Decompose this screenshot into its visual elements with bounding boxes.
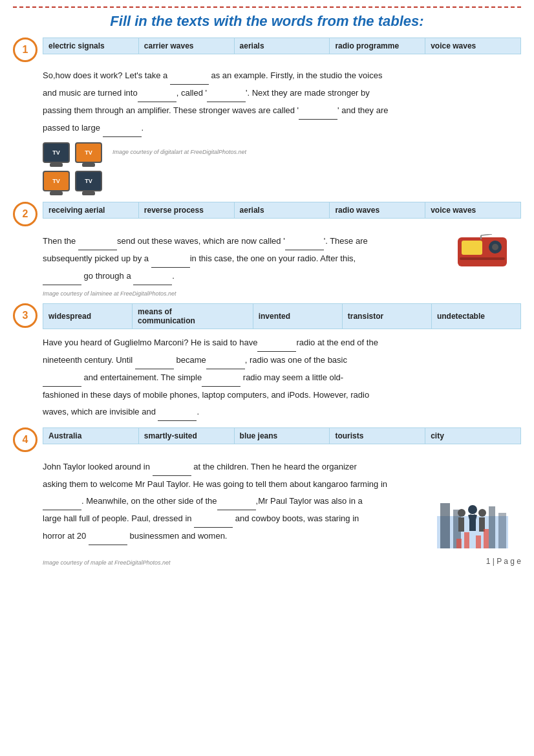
- svg-point-18: [478, 509, 486, 517]
- blank[interactable]: [299, 102, 337, 120]
- section-number-3: 3: [13, 303, 37, 328]
- blank[interactable]: [43, 369, 81, 387]
- tv-icon-4: TV: [75, 171, 102, 195]
- svg-rect-21: [464, 532, 469, 548]
- section-number-2: 2: [13, 202, 37, 226]
- word-cell: voice waves: [425, 38, 520, 54]
- radio-caption: Image courtesy of laiminee at FreeDigita…: [43, 290, 521, 297]
- blank[interactable]: [89, 528, 127, 545]
- blank[interactable]: [153, 459, 191, 476]
- blank[interactable]: [207, 85, 246, 102]
- word-cell: receiving aerial: [43, 202, 139, 218]
- footer-caption: Image courtesy of maple at FreeDigitalPh…: [43, 559, 171, 566]
- section-1-text: So,how does it work? Let's take a as an …: [43, 67, 521, 137]
- word-cell: aerials: [235, 38, 330, 54]
- svg-rect-10: [489, 506, 495, 548]
- word-cell: radio waves: [330, 202, 425, 218]
- svg-rect-4: [460, 257, 505, 260]
- blank[interactable]: [103, 120, 142, 137]
- radio-image: [456, 234, 508, 272]
- word-table-4: Australia smartly-suited blue jeans tour…: [43, 427, 521, 444]
- section-1: 1 electric signals carrier waves aerials…: [13, 38, 521, 195]
- svg-line-6: [481, 234, 492, 235]
- word-cell: carrier waves: [139, 38, 235, 54]
- word-table-3: widespread means ofcommunication invente…: [43, 303, 521, 329]
- section-3-text: Have you heard of Guglielmo Marconi? He …: [43, 334, 521, 421]
- word-cell: aerials: [235, 202, 330, 218]
- blank[interactable]: [194, 510, 233, 528]
- blank[interactable]: [78, 233, 117, 250]
- word-cell: transistor: [343, 304, 432, 329]
- svg-rect-23: [484, 529, 489, 548]
- page-number: 1 | P a g e: [486, 557, 521, 566]
- section-4: 4 Australia smartly-suited blue jeans to…: [13, 427, 521, 550]
- word-table-2: receiving aerial reverse process aerials…: [43, 202, 521, 219]
- blank[interactable]: [43, 268, 81, 285]
- word-cell: electric signals: [43, 38, 139, 54]
- blank[interactable]: [158, 404, 197, 421]
- page-title: Fill in the texts with the words from th…: [13, 13, 521, 30]
- svg-point-3: [492, 244, 498, 250]
- blank[interactable]: [257, 334, 296, 352]
- svg-point-16: [458, 509, 465, 517]
- blank[interactable]: [170, 67, 209, 85]
- tv-icon-2: TV: [75, 142, 102, 167]
- word-cell: widespread: [43, 304, 133, 329]
- svg-rect-17: [458, 517, 464, 532]
- section-number-4: 4: [13, 427, 37, 452]
- top-border: [13, 6, 521, 8]
- word-cell: radio programme: [330, 38, 425, 54]
- svg-rect-11: [498, 513, 506, 548]
- tv-icon-1: TV: [43, 142, 70, 167]
- svg-rect-22: [476, 535, 481, 548]
- blank[interactable]: [217, 493, 256, 510]
- section-4-text: John Taylor looked around in at the chil…: [43, 459, 437, 545]
- word-cell: reverse process: [139, 202, 235, 218]
- word-cell: city: [425, 428, 520, 444]
- blank[interactable]: [285, 233, 324, 250]
- blank[interactable]: [133, 268, 172, 285]
- people-image: [437, 490, 508, 550]
- blank[interactable]: [135, 352, 174, 369]
- word-cell: blue jeans: [235, 428, 330, 444]
- word-cell: voice waves: [425, 202, 520, 218]
- word-cell: undetectable: [432, 304, 520, 329]
- footer-area: Image courtesy of maple at FreeDigitalPh…: [13, 557, 521, 566]
- word-cell: smartly-suited: [139, 428, 235, 444]
- tv-caption: Image courtesy of digitalart at FreeDigi…: [112, 149, 246, 155]
- blank[interactable]: [206, 352, 245, 369]
- word-cell: means ofcommunication: [133, 304, 253, 329]
- blank[interactable]: [138, 85, 176, 102]
- section-2: 2 receiving aerial reverse process aeria…: [13, 202, 521, 297]
- blank[interactable]: [43, 493, 81, 510]
- svg-point-12: [468, 505, 477, 514]
- section-2-text: Then the send out these waves, which are…: [43, 233, 456, 285]
- word-cell: invented: [253, 304, 343, 329]
- word-table-1: electric signals carrier waves aerials r…: [43, 38, 521, 54]
- svg-rect-8: [440, 503, 450, 548]
- blank[interactable]: [202, 369, 240, 387]
- blank[interactable]: [151, 250, 190, 268]
- svg-rect-1: [462, 241, 482, 255]
- tv-icon-3: TV: [43, 171, 70, 195]
- word-cell: tourists: [330, 428, 425, 444]
- svg-rect-20: [456, 539, 462, 548]
- section-3: 3 widespread means ofcommunication inven…: [13, 303, 521, 421]
- section-number-1: 1: [13, 38, 37, 62]
- word-cell: Australia: [43, 428, 139, 444]
